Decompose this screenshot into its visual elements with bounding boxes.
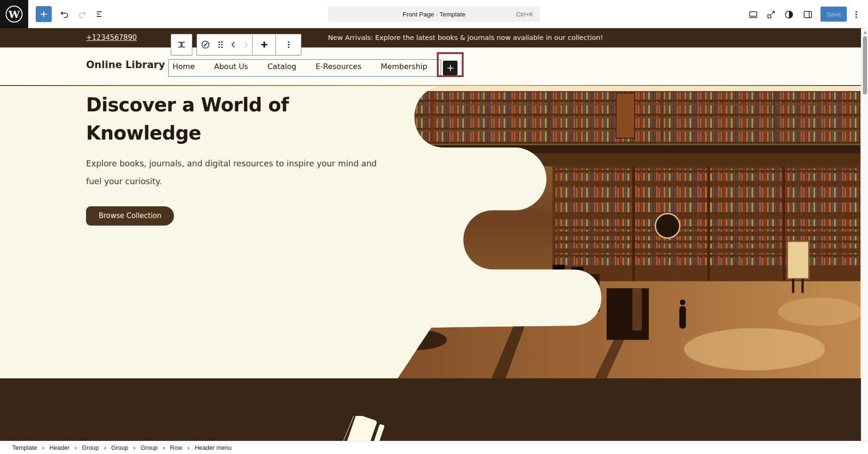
scroll-up-icon[interactable] xyxy=(863,31,867,34)
move-right-icon xyxy=(240,39,252,50)
settings-sidebar-icon xyxy=(802,9,813,20)
block-options-icon xyxy=(283,39,294,50)
nav-item-e-resources[interactable]: E-Resources xyxy=(316,62,362,71)
announcement-text[interactable]: New Arrivals: Explore the latest books &… xyxy=(328,28,603,47)
style-variations-button[interactable] xyxy=(783,8,795,21)
book-shape xyxy=(335,416,405,441)
vertical-scrollbar[interactable] xyxy=(861,28,868,441)
command-palette[interactable]: Front Page · Template Ctrl+K xyxy=(328,6,540,22)
site-footer xyxy=(0,378,861,441)
hero-image[interactable] xyxy=(350,86,861,378)
editor-top-bar: W Front Page · Template Ctrl+K xyxy=(0,0,868,28)
style-variations-icon xyxy=(783,9,795,20)
phone-link[interactable]: +1234567890 xyxy=(86,28,137,47)
drag-handle[interactable] xyxy=(214,34,227,55)
breadcrumb-separator: › xyxy=(163,444,165,451)
move-right-button[interactable] xyxy=(239,34,252,55)
breadcrumb-group-3[interactable]: Group xyxy=(141,444,158,451)
block-options-button[interactable] xyxy=(276,34,301,55)
block-inserter-button[interactable] xyxy=(36,6,52,22)
redo-icon xyxy=(77,8,88,20)
hero-heading[interactable]: Discover a World of Knowledge xyxy=(86,91,321,147)
move-left-button[interactable] xyxy=(227,34,239,55)
list-view-button[interactable] xyxy=(92,6,108,22)
navigation-block-icon xyxy=(200,39,211,50)
select-parent-row-button[interactable] xyxy=(173,34,190,55)
breadcrumb-separator: › xyxy=(188,444,189,451)
hero-section: Discover a World of Knowledge Explore bo… xyxy=(0,86,861,379)
undo-icon xyxy=(59,8,70,20)
fit-screen-icon xyxy=(765,9,777,20)
breadcrumb-separator: › xyxy=(75,444,77,451)
row-block-icon xyxy=(176,39,187,50)
breadcrumb-separator: › xyxy=(134,444,135,451)
block-breadcrumb-bar: Template › Header › Group › Group › Grou… xyxy=(0,441,868,454)
hero-paragraph[interactable]: Explore books, journals, and digital res… xyxy=(86,155,382,190)
undo-button[interactable] xyxy=(56,6,72,22)
fit-screen-button[interactable] xyxy=(765,8,777,21)
nav-item-home[interactable]: Home xyxy=(173,62,195,71)
options-menu-button[interactable] xyxy=(850,8,862,21)
navigation-block-button[interactable] xyxy=(197,34,214,55)
site-header: Online Library Home About Us Catalog E-R… xyxy=(0,47,861,85)
nav-item-about-us[interactable]: About Us xyxy=(214,62,248,71)
move-left-icon xyxy=(228,39,239,50)
settings-sidebar-button[interactable] xyxy=(802,8,814,21)
block-toolbar xyxy=(171,34,301,55)
browse-collection-button[interactable]: Browse Collection xyxy=(86,206,174,226)
breadcrumb-separator: › xyxy=(104,444,106,451)
nav-inserter-plus-icon xyxy=(445,63,456,73)
announcement-bar: +1234567890 New Arrivals: Explore the la… xyxy=(0,28,861,47)
command-shortcut: Ctrl+K xyxy=(516,11,533,18)
list-view-icon xyxy=(95,8,106,20)
wordpress-site-editor: W Front Page · Template Ctrl+K xyxy=(0,0,868,454)
breadcrumb-separator: › xyxy=(42,444,44,451)
add-block-icon xyxy=(259,39,270,50)
drag-handle-icon xyxy=(215,39,226,50)
site-title[interactable]: Online Library xyxy=(86,59,165,70)
preview-device-button[interactable] xyxy=(747,8,759,21)
breadcrumb-header[interactable]: Header xyxy=(49,444,70,451)
breadcrumb-group-2[interactable]: Group xyxy=(111,444,128,451)
breadcrumb-template[interactable]: Template xyxy=(12,444,37,451)
save-button[interactable]: Save xyxy=(821,7,847,22)
header-menu: Home About Us Catalog E-Resources Member… xyxy=(173,62,427,71)
wordpress-logo-glyph: W xyxy=(6,6,23,23)
laptop-preview-icon xyxy=(748,9,759,20)
add-block-button[interactable] xyxy=(253,34,276,55)
nav-add-block-button[interactable] xyxy=(443,61,458,75)
breadcrumb-row[interactable]: Row xyxy=(170,444,182,451)
breadcrumb-group-1[interactable]: Group xyxy=(82,444,99,451)
scrollbar-thumb[interactable] xyxy=(863,36,867,94)
wordpress-logo[interactable]: W xyxy=(0,0,28,28)
inserter-plus-icon xyxy=(38,8,49,20)
breadcrumb-header-menu: Header menu xyxy=(195,444,232,451)
document-title: Front Page · Template xyxy=(402,11,465,18)
nav-item-membership[interactable]: Membership xyxy=(381,62,427,71)
options-kebab-icon xyxy=(851,9,862,20)
redo-button[interactable] xyxy=(74,6,90,22)
nav-item-catalog[interactable]: Catalog xyxy=(268,62,296,71)
editor-canvas: +1234567890 New Arrivals: Explore the la… xyxy=(0,28,861,441)
